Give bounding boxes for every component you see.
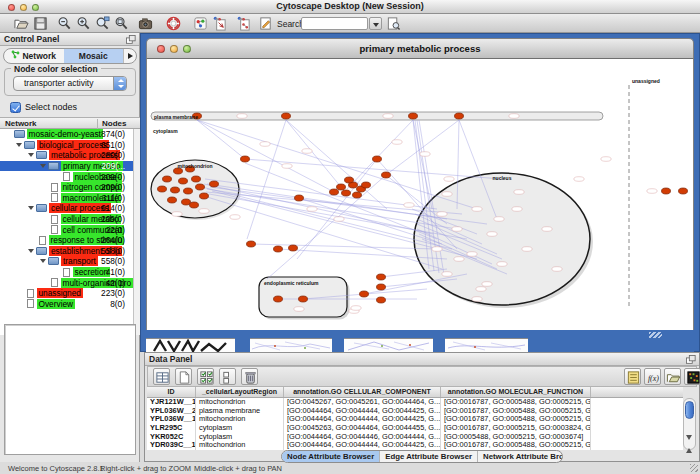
network-edge[interactable] <box>267 175 386 279</box>
network-node[interactable] <box>295 195 304 201</box>
network-node[interactable] <box>455 113 464 119</box>
network-canvas[interactable]: plasma membrane cytoplasm mitochondrion … <box>146 59 694 330</box>
network-node[interactable] <box>184 188 193 194</box>
tree-row[interactable]: secretion41(0) <box>0 267 133 278</box>
network-edge[interactable] <box>245 163 437 239</box>
network-node[interactable] <box>179 178 188 184</box>
network-window-close-button[interactable] <box>157 45 165 53</box>
float-panel-icon[interactable] <box>686 355 696 364</box>
network-window-zoom-button[interactable] <box>183 45 191 53</box>
column-header[interactable]: _cellularLayoutRegion <box>196 387 284 397</box>
network-node[interactable] <box>342 190 351 196</box>
network-node[interactable] <box>362 182 371 188</box>
table-row[interactable]: YDR039C__1mitochondrion[GO:0044464, GO:0… <box>147 441 683 450</box>
attribute-list-icon[interactable] <box>624 368 641 385</box>
network-node[interactable] <box>330 189 339 195</box>
zoom-out-icon[interactable] <box>57 16 72 31</box>
column-header[interactable]: annotation.GO CELLULAR_COMPONENT <box>284 387 441 397</box>
tree-row[interactable]: cellular process614(0) <box>0 203 133 214</box>
network-node[interactable] <box>168 197 177 203</box>
background-window-sliver[interactable] <box>250 338 332 352</box>
table-row[interactable]: YPL036W__1mitochondrion[GO:0044464, GO:0… <box>147 415 683 424</box>
background-window-sliver[interactable] <box>146 338 235 352</box>
network-node[interactable] <box>377 297 386 303</box>
apply-layout-icon[interactable] <box>212 16 227 31</box>
network-node[interactable] <box>345 177 354 183</box>
network-node[interactable] <box>299 296 308 302</box>
network-node[interactable] <box>337 184 346 190</box>
table-row[interactable]: YPL036W__2plasma membrane[GO:0044464, GO… <box>147 407 683 416</box>
tree-row[interactable]: transport558(0) <box>0 256 133 267</box>
tree-row[interactable]: primary metabo209(... <box>0 161 133 172</box>
network-node[interactable] <box>360 291 369 297</box>
scroll-down-button[interactable] <box>686 440 694 448</box>
network-node[interactable] <box>192 176 201 182</box>
window-close-button[interactable] <box>8 4 15 11</box>
tab-mosaic[interactable]: Mosaic <box>64 49 124 63</box>
network-edge[interactable] <box>204 184 433 234</box>
browser-tab[interactable]: Network Attribute Browser <box>478 451 563 462</box>
network-window-titlebar[interactable]: primary metabolic process <box>146 38 694 59</box>
network-node[interactable] <box>274 296 283 302</box>
network-node[interactable] <box>409 113 418 119</box>
network-node[interactable] <box>196 184 205 190</box>
window-minimize-button[interactable] <box>20 4 27 11</box>
network-node[interactable] <box>200 193 209 199</box>
window-zoom-button[interactable] <box>32 4 39 11</box>
network-node[interactable] <box>190 202 199 208</box>
select-attributes-icon[interactable] <box>153 368 170 385</box>
table-row[interactable]: YLR295Ccytoplasm[GO:0045263, GO:0044464,… <box>147 424 683 433</box>
column-header[interactable]: ID <box>147 387 196 397</box>
network-edge[interactable] <box>347 120 413 189</box>
zoom-fit-icon[interactable] <box>114 16 129 31</box>
node-color-combo[interactable]: transporter activity <box>13 76 127 91</box>
snapshot-icon[interactable] <box>138 16 153 31</box>
expand-arrow-icon[interactable] <box>40 164 46 168</box>
float-panel-icon[interactable] <box>126 35 136 44</box>
tree-row[interactable]: mosaic-demo-yeast874(0) <box>0 129 133 140</box>
network-node[interactable] <box>274 246 283 252</box>
network-node[interactable] <box>377 284 386 290</box>
expand-arrow-icon[interactable] <box>28 206 34 210</box>
search-input[interactable] <box>301 17 368 30</box>
tree-scrollbar[interactable] <box>133 129 140 335</box>
network-node[interactable] <box>377 274 386 280</box>
function-builder-icon[interactable]: f(x) <box>644 368 661 385</box>
unselect-all-attributes-icon[interactable] <box>219 368 236 385</box>
table-row[interactable]: YJR121W__1mitochondrion[GO:0045267, GO:0… <box>147 398 683 407</box>
network-edge[interactable] <box>197 120 245 159</box>
tree-row[interactable]: response to stimulu264(0) <box>0 235 133 246</box>
network-node[interactable] <box>210 181 219 187</box>
network-node[interactable] <box>353 192 362 198</box>
matrix-view-icon[interactable] <box>684 368 700 385</box>
tree-row[interactable]: unassigned223(0) <box>0 288 133 299</box>
tree-row[interactable]: macromolecule311(0) <box>0 193 133 204</box>
help-icon[interactable] <box>166 16 181 31</box>
network-node[interactable] <box>171 187 180 193</box>
import-attributes-icon[interactable] <box>664 368 681 385</box>
network-node[interactable] <box>158 186 167 192</box>
delete-attribute-icon[interactable] <box>241 368 258 385</box>
browser-tab[interactable]: Edge Attribute Browser <box>380 451 478 462</box>
network-node[interactable] <box>247 241 256 247</box>
scrollbar-thumb[interactable] <box>685 401 694 419</box>
zoom-selected-icon[interactable] <box>95 16 110 31</box>
tree-row[interactable]: biological_process651(0) <box>0 140 133 151</box>
attribute-table-header[interactable]: ID_cellularLayoutRegionannotation.GO CEL… <box>147 387 683 398</box>
birds-eye-view[interactable] <box>4 324 136 455</box>
tree-row[interactable]: Overview8(0) <box>0 299 133 310</box>
network-node[interactable] <box>373 156 382 162</box>
advanced-search-icon[interactable] <box>386 16 401 31</box>
column-header[interactable]: annotation.GO MOLECULAR_FUNCTION <box>441 387 591 397</box>
create-attribute-icon[interactable] <box>175 368 192 385</box>
tab-network[interactable]: Network <box>4 49 64 63</box>
network-node[interactable] <box>163 176 172 182</box>
network-node[interactable] <box>182 199 191 205</box>
background-window-sliver[interactable] <box>445 338 528 352</box>
tree-row[interactable]: cellular metabo209(0) <box>0 214 133 225</box>
search-dropdown-button[interactable] <box>369 17 382 30</box>
open-session-icon[interactable] <box>14 16 29 31</box>
annotation-icon[interactable] <box>258 16 273 31</box>
network-node[interactable] <box>289 245 298 251</box>
table-scrollbar[interactable] <box>683 398 696 450</box>
